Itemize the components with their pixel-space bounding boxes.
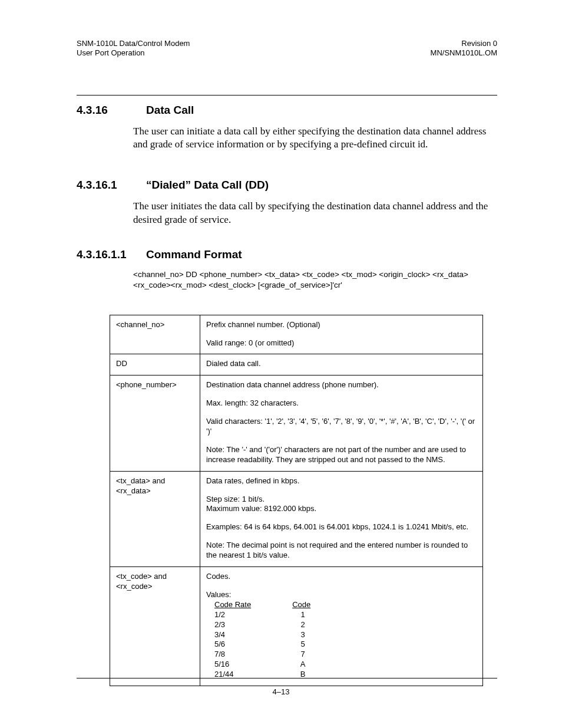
param-text: Prefix channel number. (Optional) (206, 320, 477, 330)
page-number: 4–13 (0, 687, 562, 696)
section-number: 4.3.16.1 (77, 179, 127, 192)
param-text: Note: The decimal point is not required … (206, 541, 477, 561)
table-row: DD Dialed data call. (110, 354, 483, 375)
header-section: User Port Operation (77, 48, 190, 58)
param-name: <tx_code> and <rx_code> (110, 567, 200, 686)
code-value: 3 (292, 630, 313, 640)
section-body: The user can initiate a data call by eit… (133, 125, 497, 152)
section-heading: 4.3.16.1 “Dialed” Data Call (DD) (77, 179, 497, 192)
code-value: 2 (292, 620, 313, 630)
table-row: <channel_no> Prefix channel number. (Opt… (110, 315, 483, 354)
header-revision: Revision 0 (431, 39, 497, 48)
section-body: The user initiates the data call by spec… (133, 200, 497, 227)
section-number: 4.3.16.1.1 (77, 248, 127, 261)
code-rate-value: 2/3 (214, 620, 251, 630)
code-value: 7 (292, 650, 313, 660)
header-rule (77, 95, 497, 95)
code-rate-value: 3/4 (214, 630, 251, 640)
param-text-group: Step size: 1 bit/s. Maximum value: 8192.… (206, 495, 477, 515)
param-name: <phone_number> (110, 375, 200, 471)
table-row: <tx_data> and <rx_data> Data rates, defi… (110, 471, 483, 566)
param-name: <channel_no> (110, 315, 200, 354)
code-value: 1 (292, 610, 313, 620)
code-values-block: Values: Code Rate 1/2 2/3 3/4 5/6 7/8 5/… (206, 590, 477, 680)
footer-rule (77, 678, 497, 678)
param-desc: Prefix channel number. (Optional) Valid … (200, 315, 483, 354)
column-header: Code (292, 600, 313, 610)
header-right: Revision 0 MN/SNM1010L.OM (431, 39, 497, 58)
param-text: Max. length: 32 characters. (206, 398, 477, 409)
table-row: <phone_number> Destination data channel … (110, 375, 483, 471)
header-product: SNM-1010L Data/Control Modem (77, 39, 190, 48)
table-row: <tx_code> and <rx_code> Codes. Values: C… (110, 567, 483, 686)
param-text: Examples: 64 is 64 kbps, 64.001 is 64.00… (206, 522, 477, 532)
code-rate-value: 1/2 (214, 610, 251, 620)
param-text: Data rates, defined in kbps. (206, 476, 477, 486)
running-header: SNM-1010L Data/Control Modem User Port O… (77, 39, 497, 58)
param-text: Step size: 1 bit/s. (206, 495, 477, 505)
param-name: DD (110, 354, 200, 375)
section-title: Command Format (146, 248, 242, 261)
section-title: Data Call (146, 104, 194, 117)
param-desc: Destination data channel address (phone … (200, 375, 483, 471)
code-rate-value: 7/8 (214, 650, 251, 660)
section-heading: 4.3.16.1.1 Command Format (77, 248, 497, 261)
code-value: 5 (292, 640, 313, 650)
param-name: <tx_data> and <rx_data> (110, 471, 200, 566)
param-text: Valid characters: '1', '2', '3', '4', '5… (206, 417, 477, 437)
param-text: Destination data channel address (phone … (206, 380, 477, 390)
param-text: Codes. (206, 572, 477, 582)
document-page: SNM-1010L Data/Control Modem User Port O… (0, 0, 562, 728)
param-text: Dialed data call. (206, 359, 477, 369)
code-rate-value: 5/16 (214, 660, 251, 670)
param-text: Values: (206, 590, 477, 600)
param-desc: Data rates, defined in kbps. Step size: … (200, 471, 483, 566)
code-rate-table: Code Rate 1/2 2/3 3/4 5/6 7/8 5/16 21/44… (214, 600, 477, 680)
code-rate-column: Code Rate 1/2 2/3 3/4 5/6 7/8 5/16 21/44 (214, 600, 251, 680)
section-number: 4.3.16 (77, 104, 127, 117)
param-text: Note: The '-' and '('or')' characters ar… (206, 445, 477, 465)
header-docnum: MN/SNM1010L.OM (431, 48, 497, 58)
section-heading: 4.3.16 Data Call (77, 104, 497, 117)
param-desc: Codes. Values: Code Rate 1/2 2/3 3/4 5/6… (200, 567, 483, 686)
param-text: Maximum value: 8192.000 kbps. (206, 504, 477, 514)
code-value: A (292, 660, 313, 670)
header-left: SNM-1010L Data/Control Modem User Port O… (77, 39, 190, 58)
column-header: Code Rate (214, 600, 251, 610)
section-title: “Dialed” Data Call (DD) (146, 179, 269, 192)
param-text: Valid range: 0 (or omitted) (206, 338, 477, 348)
code-value-column: Code 1 2 3 5 7 A B (292, 600, 313, 680)
command-format: <channel_no> DD <phone_number> <tx_data>… (133, 269, 497, 291)
code-rate-value: 5/6 (214, 640, 251, 650)
param-desc: Dialed data call. (200, 354, 483, 375)
parameter-table: <channel_no> Prefix channel number. (Opt… (110, 315, 483, 686)
